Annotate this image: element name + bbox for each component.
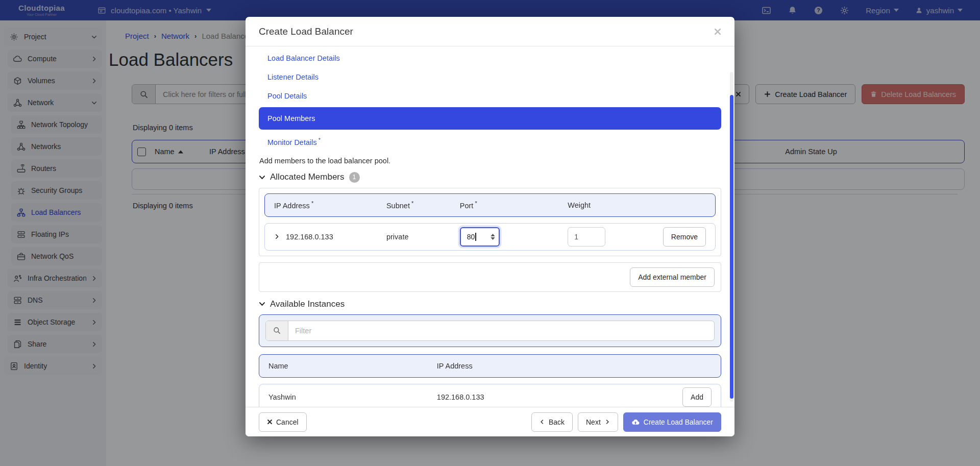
close-icon[interactable] xyxy=(714,28,721,35)
allocated-members-toggle[interactable]: Allocated Members 1 xyxy=(259,172,721,183)
column-header-weight: Weight xyxy=(568,201,641,209)
cancel-button[interactable]: Cancel xyxy=(259,412,307,432)
wizard-steps: Load Balancer DetailsListener DetailsPoo… xyxy=(259,49,721,152)
member-ip-cell: 192.168.0.133 xyxy=(274,233,386,241)
member-weight-cell xyxy=(568,227,641,247)
wizard-step-label: Pool Members xyxy=(267,114,315,122)
column-header-ip-address: IP Address xyxy=(437,362,712,370)
instances-rows: Yashwin192.168.0.133Add xyxy=(259,384,721,407)
modal-scrollbar-thumb[interactable] xyxy=(730,95,733,398)
remove-member-button[interactable]: Remove xyxy=(663,227,706,247)
wizard-step-label: Pool Details xyxy=(267,92,307,100)
wizard-step-pool-members[interactable]: Pool Members xyxy=(259,107,721,130)
modal-body: Load Balancer DetailsListener DetailsPoo… xyxy=(246,46,734,407)
column-header-subnet: Subnet * xyxy=(386,200,460,210)
chevron-down-icon xyxy=(259,174,265,181)
allocated-members-heading: Allocated Members xyxy=(270,172,345,182)
wizard-step-label: Monitor Details xyxy=(267,138,317,146)
wizard-step-label: Load Balancer Details xyxy=(267,54,340,62)
chevron-right-icon xyxy=(604,419,610,425)
weight-input[interactable] xyxy=(568,227,605,247)
chevron-left-icon xyxy=(540,419,545,425)
required-marker: * xyxy=(473,200,477,206)
modal-footer: Cancel Back Next Create Load Balancer xyxy=(246,407,734,436)
instances-filter-group xyxy=(265,321,715,341)
modal-header: Create Load Balancer xyxy=(246,17,734,46)
allocated-count-badge: 1 xyxy=(349,172,360,183)
port-value: 80 xyxy=(467,233,475,241)
allocated-members-header-row: IP Address *Subnet *Port *Weight xyxy=(264,193,716,217)
member-ip-value: 192.168.0.133 xyxy=(286,233,333,241)
available-instances-heading: Available Instances xyxy=(270,299,345,309)
required-marker: * xyxy=(410,200,413,206)
next-button[interactable]: Next xyxy=(578,412,618,432)
column-header-ip-address: IP Address * xyxy=(274,200,386,210)
external-member-section: Add external member xyxy=(259,262,721,292)
wizard-step-listener-details[interactable]: Listener Details xyxy=(259,68,721,86)
chevron-down-icon xyxy=(259,301,265,307)
text-cursor xyxy=(475,233,476,241)
number-spinner-icon[interactable] xyxy=(487,234,495,240)
column-header-name: Name xyxy=(268,362,437,370)
allocated-member-row: 192.168.0.133private80Remove xyxy=(264,223,716,251)
required-marker: * xyxy=(318,137,321,143)
modal-scrollbar-track[interactable] xyxy=(730,72,733,402)
allocated-members-rows: 192.168.0.133private80Remove xyxy=(264,223,716,251)
column-header-port: Port * xyxy=(460,200,568,210)
row-expander-icon[interactable] xyxy=(274,234,280,239)
wizard-step-monitor-details[interactable]: Monitor Details* xyxy=(259,132,721,152)
available-instance-row: Yashwin192.168.0.133Add xyxy=(259,384,721,407)
instances-filter-input[interactable] xyxy=(288,327,714,335)
search-icon xyxy=(266,321,288,340)
modal-title: Create Load Balancer xyxy=(259,26,353,37)
instances-table-header: Name IP Address xyxy=(259,354,721,378)
create-load-balancer-modal: Create Load Balancer Load Balancer Detai… xyxy=(246,17,734,436)
app-root: Cloudtopiaa Your Cloud Partner cloudtopi… xyxy=(0,0,980,466)
port-input[interactable]: 80 xyxy=(460,227,500,247)
instance-ip-value: 192.168.0.133 xyxy=(437,393,682,401)
x-icon xyxy=(267,419,273,425)
instances-filter-box xyxy=(259,314,721,347)
back-button[interactable]: Back xyxy=(531,412,573,432)
required-marker: * xyxy=(310,200,313,206)
allocated-members-table: IP Address *Subnet *Port *Weight 192.168… xyxy=(259,188,721,256)
add-external-member-button[interactable]: Add external member xyxy=(630,267,715,287)
step-description: Add members to the load balancer pool. xyxy=(259,157,721,165)
wizard-step-load-balancer-details[interactable]: Load Balancer Details xyxy=(259,49,721,67)
add-member-button[interactable]: Add xyxy=(682,387,712,407)
member-actions-cell: Remove xyxy=(663,227,706,247)
instance-name-value: Yashwin xyxy=(268,393,437,401)
wizard-step-pool-details[interactable]: Pool Details xyxy=(259,87,721,105)
submit-create-load-balancer-button[interactable]: Create Load Balancer xyxy=(623,412,721,432)
cloud-upload-icon xyxy=(631,418,640,426)
wizard-step-label: Listener Details xyxy=(267,73,318,81)
member-port-cell: 80 xyxy=(460,227,568,247)
available-instances-toggle[interactable]: Available Instances xyxy=(259,299,721,309)
member-subnet-value: private xyxy=(386,233,460,241)
